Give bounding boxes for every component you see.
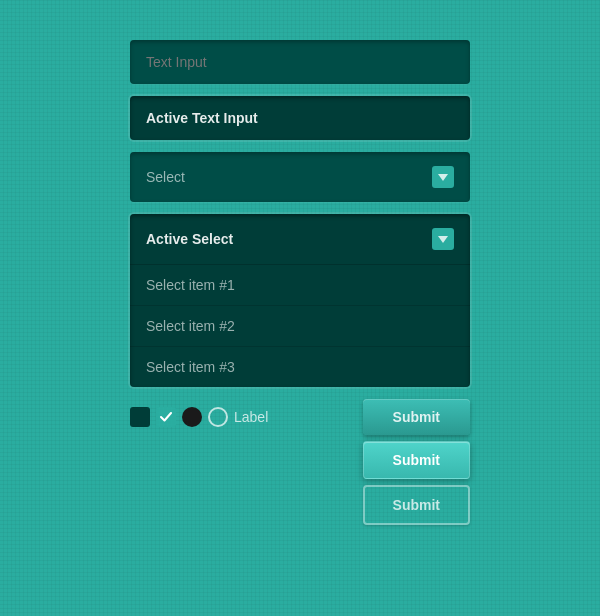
checkbox-checked[interactable] (156, 407, 176, 427)
main-container: Select Active Select Select item #1 Sele… (130, 40, 470, 525)
select-arrow-icon (432, 166, 454, 188)
select-label: Select (146, 169, 185, 185)
active-select-label: Active Select (146, 231, 233, 247)
buttons-column: Submit Submit Submit (363, 399, 470, 525)
svg-marker-0 (438, 174, 448, 181)
controls-label: Label (234, 409, 268, 425)
active-select-arrow-icon (432, 228, 454, 250)
select-item-2[interactable]: Select item #2 (130, 306, 470, 347)
radio-unchecked[interactable] (182, 407, 202, 427)
submit-button-outline[interactable]: Submit (363, 485, 470, 525)
active-select-dropdown[interactable]: Active Select Select item #1 Select item… (130, 214, 470, 387)
radio-outline[interactable] (208, 407, 228, 427)
bottom-row: Label Submit Submit Submit (130, 399, 470, 525)
select-item-1[interactable]: Select item #1 (130, 265, 470, 306)
active-select-header[interactable]: Active Select (130, 214, 470, 264)
select-items-list: Select item #1 Select item #2 Select ite… (130, 264, 470, 387)
select-dropdown[interactable]: Select (130, 152, 470, 202)
submit-button-active[interactable]: Submit (363, 441, 470, 479)
controls-group: Label (130, 399, 268, 427)
submit-button-default[interactable]: Submit (363, 399, 470, 435)
active-text-input[interactable] (130, 96, 470, 140)
text-input[interactable] (130, 40, 470, 84)
checkbox-unchecked[interactable] (130, 407, 150, 427)
svg-marker-1 (438, 236, 448, 243)
select-item-3[interactable]: Select item #3 (130, 347, 470, 387)
